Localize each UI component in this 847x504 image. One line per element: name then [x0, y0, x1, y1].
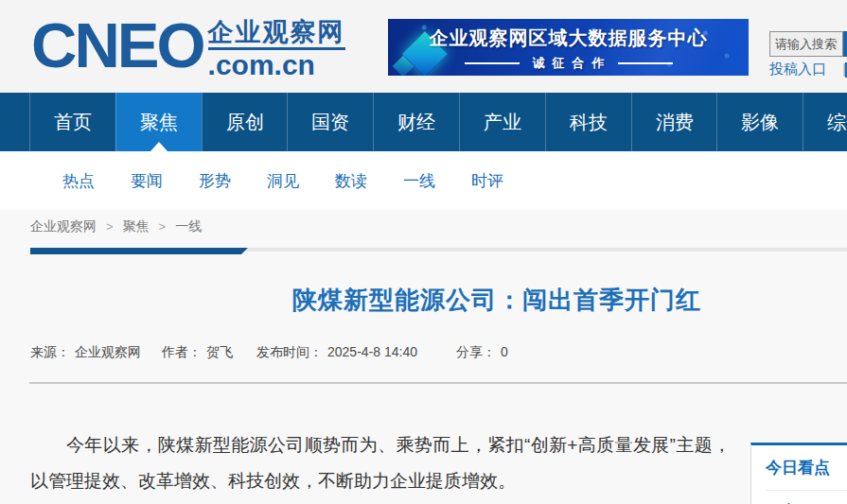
subnav-item-hot[interactable]: 热点 — [62, 170, 95, 192]
sidebar-title: 今日看点 — [766, 457, 847, 491]
breadcrumb-underline-blue — [30, 248, 248, 254]
meta-source: 来源：企业观察网 — [30, 344, 141, 361]
nav-tab-industry[interactable]: 产业 — [459, 93, 545, 151]
article-paragraph: 今年以来，陕煤新型能源公司顺势而为、乘势而上，紧扣“创新+高质量发展”主题，以管… — [30, 427, 731, 499]
nav-tab-tech[interactable]: 科技 — [545, 93, 631, 151]
subnav-item-situation[interactable]: 形势 — [199, 170, 231, 192]
meta-time-label: 发布时间： — [256, 344, 323, 359]
subnav-item-data[interactable]: 数读 — [335, 170, 367, 192]
nav-tab-comprehensive[interactable]: 综合 — [803, 93, 847, 151]
banner-title: 企业观察网区域大数据服务中心 — [388, 26, 749, 51]
nav-tab-consumption[interactable]: 消费 — [631, 93, 717, 151]
sidebar-today-highlights: 今日看点 数字化 — [750, 443, 847, 504]
breadcrumb-separator: > — [106, 219, 114, 234]
nav-tab-original[interactable]: 原创 — [202, 93, 288, 151]
breadcrumb-home[interactable]: 企业观察网 — [30, 218, 97, 234]
breadcrumb-current[interactable]: 一线 — [175, 218, 202, 234]
header-links-row: 投稿入口 | — [769, 61, 846, 78]
main-nav: 首页 聚焦 原创 国资 财经 产业 科技 消费 影像 综合 — [0, 93, 847, 151]
meta-time-value: 2025-4-8 14:40 — [327, 344, 417, 359]
meta-share-count: 0 — [501, 344, 508, 359]
meta-share-label: 分享： — [456, 344, 496, 359]
site-header: CNEO 企业观察网 .com.cn 企业观察网区域大数据服务中心 诚征合作 投… — [0, 0, 847, 93]
sub-nav: 热点 要闻 形势 洞见 数读 一线 时评 — [0, 151, 847, 210]
banner-subtitle-text: 诚征合作 — [533, 55, 612, 72]
dash-decoration — [618, 62, 673, 64]
search-button[interactable] — [843, 31, 847, 57]
meta-author-value: 贺飞 — [206, 344, 233, 359]
meta-author: 作者：贺飞 — [162, 344, 233, 361]
meta-share: 分享：0 — [456, 344, 508, 361]
logo-right-block: 企业观察网 .com.cn — [208, 19, 345, 78]
subnav-item-insight[interactable]: 洞见 — [267, 170, 299, 192]
logo-domain: .com.cn — [208, 51, 345, 78]
subnav-item-commentary[interactable]: 时评 — [471, 170, 503, 192]
nav-tab-state-assets[interactable]: 国资 — [287, 93, 373, 151]
article-meta: 来源：企业观察网 作者：贺飞 发布时间：2025-4-8 14:40 分享：0 — [30, 344, 508, 361]
breadcrumb: 企业观察网>聚焦>一线 — [30, 218, 202, 235]
site-logo[interactable]: CNEO 企业观察网 .com.cn — [31, 13, 345, 78]
article-title: 陕煤新型能源公司：闯出首季开门红 — [0, 284, 847, 317]
banner-ad[interactable]: 企业观察网区域大数据服务中心 诚征合作 — [388, 19, 749, 76]
search-input[interactable] — [769, 31, 843, 57]
meta-source-value: 企业观察网 — [75, 344, 141, 359]
meta-publish-time: 发布时间：2025-4-8 14:40 — [256, 344, 417, 361]
nav-tab-finance[interactable]: 财经 — [373, 93, 459, 151]
subnav-item-headlines[interactable]: 要闻 — [131, 170, 163, 192]
breadcrumb-section[interactable]: 聚焦 — [123, 218, 150, 234]
logo-cneo-text: CNEO — [31, 13, 203, 78]
subnav-item-frontline[interactable]: 一线 — [403, 170, 435, 192]
logo-cn-name: 企业观察网 — [208, 19, 345, 50]
breadcrumb-separator: > — [159, 219, 167, 234]
meta-author-label: 作者： — [162, 344, 202, 359]
nav-tab-visual[interactable]: 影像 — [716, 93, 803, 151]
nav-tab-focus[interactable]: 聚焦 — [115, 93, 202, 151]
breadcrumb-underline — [30, 248, 847, 254]
meta-source-label: 来源： — [30, 344, 70, 359]
dash-decoration — [465, 62, 520, 64]
meta-divider — [29, 382, 847, 384]
banner-subtitle: 诚征合作 — [388, 55, 749, 72]
nav-tab-home[interactable]: 首页 — [29, 93, 115, 151]
submission-entry-link[interactable]: 投稿入口 — [769, 61, 826, 77]
